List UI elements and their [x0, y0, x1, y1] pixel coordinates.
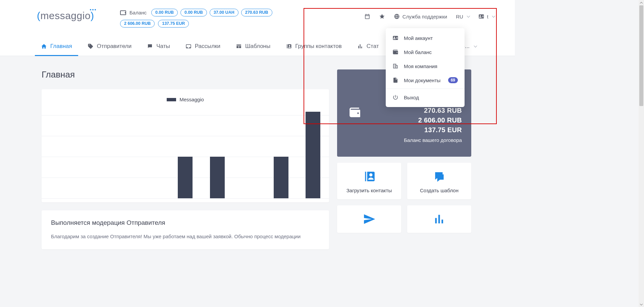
calendar-button[interactable] [364, 13, 370, 19]
chart-bar [178, 157, 193, 198]
balance-line: 137.75 EUR [346, 126, 462, 134]
send-icon [363, 213, 376, 225]
balance-pill[interactable]: 2 606.00 RUB [120, 20, 155, 28]
menu-my-company[interactable]: Моя компания [386, 59, 465, 73]
support-link[interactable]: Служба поддержки [394, 13, 447, 19]
home-icon [41, 43, 47, 49]
power-icon [392, 94, 398, 100]
moderation-title: Выполняется модерация Отправителя [51, 219, 320, 226]
balance-pill[interactable]: 270.63 RUB [241, 9, 272, 16]
balance-line: 270.63 RUB [346, 107, 462, 114]
calendar-icon [364, 13, 370, 19]
balance-pill[interactable]: 137.75 EUR [158, 20, 189, 28]
id-card-icon [478, 13, 484, 19]
moderation-card: Выполняется модерация Отправителя Благод… [42, 210, 329, 249]
menu-my-balance[interactable]: Мой баланс [386, 45, 465, 59]
template-icon [236, 43, 242, 49]
tab-chats[interactable]: Чаты [146, 43, 171, 56]
scroll-thumb[interactable] [639, 5, 643, 106]
inbox-icon [185, 43, 192, 49]
chat-icon [147, 43, 153, 49]
menu-my-account[interactable]: Мой аккаунт [386, 31, 465, 45]
user-dropdown: Мой аккаунт Мой баланс Моя компания Мои … [386, 28, 465, 107]
action-upload-contacts[interactable]: Загрузить контакты [337, 163, 401, 199]
action-analytics[interactable] [407, 205, 471, 233]
document-icon [392, 77, 398, 83]
chart-bar [274, 157, 288, 198]
tab-home[interactable]: Главная [40, 43, 73, 56]
balance-label: Баланс [120, 10, 147, 16]
menu-logout[interactable]: Выход [386, 90, 465, 104]
chart-area [42, 112, 329, 202]
id-card-icon [392, 35, 398, 41]
chart-bar [210, 157, 225, 198]
scroll-up[interactable] [639, 0, 644, 5]
language-select[interactable]: RU [456, 14, 470, 19]
chat-bubble-icon [433, 170, 446, 183]
tab-senders[interactable]: Отправители [86, 43, 133, 56]
tab-campaigns[interactable]: Рассылки [184, 43, 222, 56]
tab-stats[interactable]: Стат [356, 43, 380, 56]
balance-pill[interactable]: 37.00 UAH [210, 9, 238, 16]
chart-bar [306, 112, 320, 198]
action-send[interactable] [337, 205, 401, 233]
scrollbar[interactable] [639, 0, 644, 263]
bars-icon [357, 43, 363, 49]
favorites-button[interactable] [379, 13, 385, 19]
chevron-down-icon [474, 44, 477, 48]
tab-contact-groups[interactable]: Группы контактов [284, 43, 343, 56]
menu-my-documents[interactable]: Мои документы 69 [386, 73, 465, 87]
globe-icon [394, 13, 400, 19]
user-menu-toggle[interactable]: t [478, 13, 495, 19]
page-title: Главная [42, 69, 329, 80]
chart-legend: Messaggio [42, 97, 329, 102]
tab-templates[interactable]: Шаблоны [234, 43, 272, 56]
balance-pill[interactable]: 0.00 RUB [180, 9, 207, 16]
logo[interactable]: (messaggio) [37, 10, 87, 21]
action-create-template[interactable]: Создать шаблон [407, 163, 471, 199]
contacts-icon [363, 170, 376, 183]
building-icon [392, 63, 398, 69]
tag-icon [88, 43, 94, 49]
moderation-text: Благодарим за создание Отправителя! Мы у… [51, 233, 320, 241]
documents-badge: 69 [448, 77, 458, 83]
chevron-down-icon [467, 14, 470, 18]
legend-swatch [167, 98, 176, 101]
chevron-down-icon [492, 14, 495, 18]
bars-icon [433, 213, 446, 225]
balance-line: 2 606.00 RUB [346, 116, 462, 124]
support-label: Служба поддержки [402, 14, 447, 19]
balance-caption: Баланс вашего договора [346, 137, 462, 143]
balance-pill[interactable]: 0.00 RUB [151, 9, 178, 16]
wallet-icon [347, 106, 363, 120]
star-icon [379, 13, 385, 19]
traffic-chart-card: Messaggio [42, 89, 329, 202]
contacts-icon [286, 43, 292, 49]
wallet-icon [392, 49, 398, 55]
wallet-icon [120, 10, 126, 16]
